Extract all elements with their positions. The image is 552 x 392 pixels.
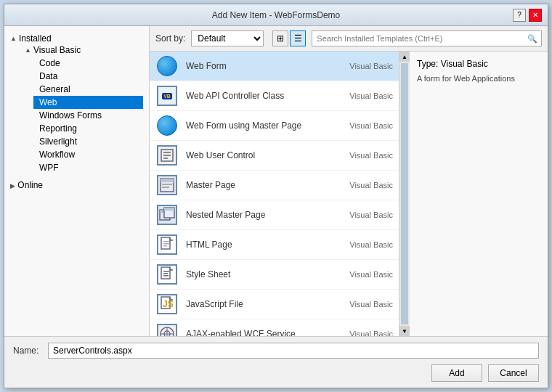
svg-rect-14 xyxy=(163,243,169,245)
sidebar-item-data[interactable]: Data xyxy=(33,70,143,83)
type-label: Type: xyxy=(417,59,438,69)
sidebar-item-code[interactable]: Code xyxy=(33,57,143,70)
svg-rect-13 xyxy=(163,241,169,242)
list-view-button[interactable]: ☰ xyxy=(290,30,306,46)
item-name: Style Sheet xyxy=(186,269,335,279)
item-icon-html xyxy=(155,233,179,256)
svg-rect-17 xyxy=(163,271,169,272)
js-icon: JS xyxy=(157,294,177,314)
dialog: Add New Item - WebFormsDemo ? ✕ ▲ Instal… xyxy=(4,4,548,388)
sidebar-item-reporting[interactable]: Reporting xyxy=(33,122,143,135)
sidebar-item-wpf[interactable]: WPF xyxy=(33,161,143,174)
userctrl-icon xyxy=(157,145,177,166)
item-icon-js: JS xyxy=(155,293,179,316)
svg-rect-1 xyxy=(163,152,171,153)
item-type: Visual Basic xyxy=(335,300,393,309)
scrollbar[interactable]: ▲ ▼ xyxy=(399,52,410,336)
list-item[interactable]: Master Page Visual Basic xyxy=(150,171,399,200)
sort-label: Sort by: xyxy=(155,33,185,44)
item-type: Visual Basic xyxy=(335,270,393,279)
installed-children: ▲ Visual Basic Code Data General Web Win… xyxy=(10,44,143,174)
css-icon xyxy=(157,264,177,285)
help-button[interactable]: ? xyxy=(513,9,526,22)
name-row: Name: xyxy=(13,343,539,359)
scroll-thumb[interactable] xyxy=(401,63,408,324)
sidebar-item-general[interactable]: General xyxy=(33,83,143,96)
item-name: Web User Control xyxy=(186,150,335,160)
item-icon-userctrl xyxy=(155,144,179,167)
item-type: Visual Basic xyxy=(335,62,393,70)
list-item[interactable]: Web User Control Visual Basic xyxy=(150,141,399,171)
list-item[interactable]: Nested Master Page Visual Basic xyxy=(150,200,399,230)
item-type: Visual Basic xyxy=(335,211,393,219)
item-name: Nested Master Page xyxy=(186,210,335,220)
svg-rect-3 xyxy=(163,158,168,159)
item-type: Visual Basic xyxy=(335,91,393,100)
list-item[interactable]: AJAX-enabled WCF Service Visual Basic xyxy=(150,319,399,336)
list-item[interactable]: Style Sheet Visual Basic xyxy=(150,260,399,290)
search-input[interactable] xyxy=(312,30,542,46)
sort-select[interactable]: Default xyxy=(191,30,264,46)
cancel-button[interactable]: Cancel xyxy=(488,364,539,382)
grid-view-button[interactable]: ⊞ xyxy=(272,30,288,46)
list-item[interactable]: JS JavaScript File Visual Basic xyxy=(150,290,399,319)
item-icon-form-master xyxy=(155,114,179,137)
sidebar-item-silverlight[interactable]: Silverlight xyxy=(33,135,143,148)
sidebar-item-windows-forms[interactable]: Windows Forms xyxy=(33,109,143,122)
online-label: Online xyxy=(17,180,43,190)
item-name: HTML Page xyxy=(186,240,335,250)
svg-rect-19 xyxy=(163,275,169,277)
online-node[interactable]: ▶ Online xyxy=(7,179,146,192)
type-value: Visual Basic xyxy=(441,59,488,69)
item-icon-api: VB xyxy=(155,84,179,107)
right-panel: Sort by: Default ⊞ ☰ 🔍 xyxy=(150,26,548,336)
vb-label: Visual Basic xyxy=(33,45,81,55)
item-type: Visual Basic xyxy=(335,330,393,336)
bottom-bar: Name: Add Cancel xyxy=(4,336,548,388)
search-icon: 🔍 xyxy=(527,34,537,44)
visual-basic-node[interactable]: ▲ Visual Basic xyxy=(22,44,143,57)
item-icon-web-form xyxy=(155,54,179,78)
item-name: Web Form xyxy=(186,61,335,71)
svg-rect-11 xyxy=(164,208,174,211)
item-type: Visual Basic xyxy=(335,151,393,160)
close-button[interactable]: ✕ xyxy=(529,9,542,22)
api-icon: VB xyxy=(157,86,177,106)
masterpage-icon xyxy=(157,175,177,195)
sidebar-item-web[interactable]: Web xyxy=(33,96,143,109)
item-name: AJAX-enabled WCF Service xyxy=(186,329,335,336)
item-name: JavaScript File xyxy=(186,299,335,309)
info-type: Type: Visual Basic xyxy=(417,59,540,69)
list-item[interactable]: Web Form Visual Basic xyxy=(150,52,399,81)
globe-icon xyxy=(157,56,177,76)
item-icon-nested xyxy=(155,203,179,226)
installed-node[interactable]: ▲ Installed ▲ Visual Basic Code Data Gen… xyxy=(7,32,146,176)
installed-label: Installed xyxy=(19,33,52,44)
svg-rect-15 xyxy=(163,245,167,247)
item-icon-css xyxy=(155,263,179,286)
svg-rect-18 xyxy=(163,273,168,274)
add-button[interactable]: Add xyxy=(431,364,482,382)
svg-rect-7 xyxy=(162,187,169,188)
dialog-title: Add New Item - WebFormsDemo xyxy=(39,10,513,20)
search-box: 🔍 xyxy=(312,30,542,46)
title-bar-buttons: ? ✕ xyxy=(513,9,542,22)
svg-rect-5 xyxy=(161,179,174,182)
svg-rect-6 xyxy=(162,184,172,185)
expand-icon: ▲ xyxy=(10,35,17,42)
item-name: Master Page xyxy=(186,180,335,190)
list-item[interactable]: VB Web API Controller Class Visual Basic xyxy=(150,81,399,111)
wcf-icon xyxy=(157,324,177,336)
item-name: Web API Controller Class xyxy=(186,91,335,101)
list-item[interactable]: HTML Page Visual Basic xyxy=(150,230,399,260)
left-panel: ▲ Installed ▲ Visual Basic Code Data Gen… xyxy=(4,26,150,336)
filename-input[interactable] xyxy=(48,343,539,359)
nested-icon xyxy=(157,205,177,225)
item-type: Visual Basic xyxy=(335,240,393,249)
scroll-down-button[interactable]: ▼ xyxy=(399,326,410,336)
scroll-up-button[interactable]: ▲ xyxy=(399,52,410,62)
list-item[interactable]: Web Form using Master Page Visual Basic xyxy=(150,111,399,141)
svg-text:JS: JS xyxy=(163,299,174,309)
sidebar-item-workflow[interactable]: Workflow xyxy=(33,148,143,161)
item-list: Web Form Visual Basic VB Web API Control… xyxy=(150,52,399,336)
